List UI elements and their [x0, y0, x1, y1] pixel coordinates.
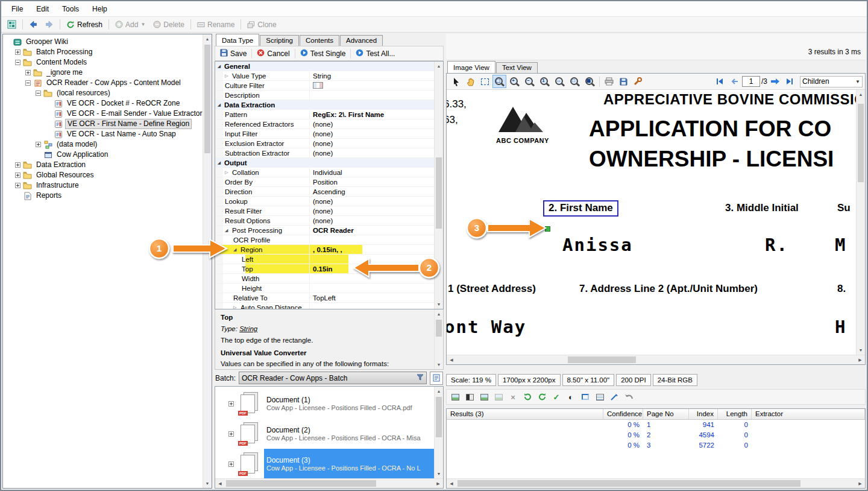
property-row[interactable]: Relative ToTopLeft: [215, 293, 434, 303]
property-row[interactable]: Left: [215, 255, 434, 264]
results-column-header[interactable]: Index: [689, 409, 718, 420]
tree-item[interactable]: Global Resources: [3, 170, 203, 180]
refresh-button[interactable]: Refresh: [63, 18, 105, 31]
scroll-thumb[interactable]: [436, 157, 442, 229]
property-value[interactable]: (none): [310, 119, 434, 128]
zoom-selection-icon[interactable]: ▦: [583, 75, 597, 88]
property-value[interactable]: (none): [310, 139, 434, 148]
results-column-header[interactable]: Extractor: [752, 409, 865, 420]
property-value[interactable]: (none): [310, 129, 434, 138]
expand-icon[interactable]: [15, 183, 20, 188]
expand-icon[interactable]: [36, 142, 41, 147]
import-image-icon[interactable]: [450, 391, 461, 402]
results-column-header[interactable]: Length: [718, 409, 752, 420]
workspace-grid-icon[interactable]: [4, 18, 19, 31]
tree-item[interactable]: Grooper Wiki: [3, 37, 203, 47]
last-page-icon[interactable]: [783, 75, 796, 88]
property-row[interactable]: ▷Value TypeString: [215, 71, 434, 81]
tree-item[interactable]: (data model): [3, 139, 203, 150]
property-row[interactable]: Culture Filter: [215, 81, 434, 90]
property-value[interactable]: Position: [310, 177, 434, 186]
first-page-icon[interactable]: [713, 75, 726, 88]
help-scrollbar[interactable]: ▲ ▼: [434, 309, 443, 369]
grid-view-icon[interactable]: [594, 391, 605, 402]
document-image[interactable]: 6.33, 63, APPRECIATIVE BOVINE COMMISSIO …: [447, 90, 856, 355]
scroll-left-icon[interactable]: ◀: [447, 355, 456, 364]
scroll-right-icon[interactable]: ▶: [855, 479, 865, 488]
menu-item-help[interactable]: Help: [86, 2, 114, 16]
property-value[interactable]: [310, 235, 434, 244]
property-value[interactable]: 0.15in: [310, 264, 434, 273]
property-category[interactable]: ◢Data Extraction: [215, 100, 434, 110]
collapse-icon[interactable]: [15, 60, 20, 65]
results-hscrollbar[interactable]: ◀ ▶: [447, 478, 865, 488]
scroll-thumb[interactable]: [436, 320, 442, 337]
property-row[interactable]: PatternRegEx: 2\. First Name: [215, 110, 434, 119]
tree-vertical-scrollbar[interactable]: ▲ ▼: [203, 34, 212, 488]
document-item[interactable]: PDFDocument (2)Cow App - Licensee - Posi…: [215, 419, 434, 449]
property-grid-scrollbar[interactable]: ▲ ▼: [434, 62, 443, 309]
property-value[interactable]: RegEx: 2\. First Name: [310, 110, 434, 119]
expand-icon[interactable]: ▷: [233, 305, 239, 309]
delete-page-disabled-icon[interactable]: ×: [508, 391, 518, 402]
scroll-thumb[interactable]: [204, 45, 210, 153]
tree-item[interactable]: _ignore me: [3, 68, 203, 78]
zoom-out-icon[interactable]: −: [523, 75, 536, 88]
scroll-thumb[interactable]: [458, 480, 800, 487]
tree-item[interactable]: VE OCR - Last Name - Auto Snap: [3, 129, 203, 139]
document-list-hscrollbar[interactable]: ◀ ▶: [215, 478, 443, 488]
expand-icon[interactable]: [25, 70, 31, 75]
property-value[interactable]: Ascending: [310, 187, 434, 196]
scroll-down-icon[interactable]: ▼: [435, 300, 443, 309]
threshold-icon[interactable]: [464, 391, 475, 402]
property-row[interactable]: Result Filter(none): [215, 206, 434, 216]
property-row[interactable]: Description: [215, 90, 434, 100]
property-row[interactable]: Top0.15in: [215, 264, 434, 274]
property-row[interactable]: OCR Profile: [215, 235, 434, 245]
results-row[interactable]: 0 %19410: [447, 420, 865, 430]
tab-image-view[interactable]: Image View: [447, 61, 495, 73]
expand-icon[interactable]: ▷: [225, 170, 230, 175]
scroll-thumb[interactable]: [858, 104, 864, 182]
pointer-icon[interactable]: [449, 75, 462, 88]
tree-item[interactable]: OCR Reader - Cow Apps - Content Model: [3, 78, 203, 88]
property-value[interactable]: (none): [310, 206, 434, 215]
zoom-fit-page-icon[interactable]: □: [568, 75, 582, 88]
scroll-right-icon[interactable]: ▶: [855, 355, 865, 364]
auto-orient-icon[interactable]: [479, 391, 489, 402]
page-number-input[interactable]: 1: [742, 76, 760, 87]
menu-item-tools[interactable]: Tools: [55, 2, 86, 16]
property-category[interactable]: ◢Output: [215, 158, 434, 168]
scroll-down-icon[interactable]: ▼: [435, 360, 443, 369]
property-value[interactable]: String: [310, 71, 434, 80]
property-row[interactable]: ◢Post ProcessingOCR Reader: [215, 226, 434, 235]
property-value[interactable]: [310, 90, 434, 100]
property-row[interactable]: Width: [215, 274, 434, 284]
save-image-icon[interactable]: [617, 75, 630, 88]
test-single-button[interactable]: Test Single: [298, 48, 348, 59]
collapse-icon[interactable]: [36, 90, 41, 96]
property-row[interactable]: ▷Auto Snap Distance: [215, 303, 434, 309]
results-column-header[interactable]: Confidence: [603, 409, 643, 420]
property-value[interactable]: [310, 303, 434, 309]
collapse-icon[interactable]: [25, 80, 31, 86]
pan-hand-icon[interactable]: [464, 75, 477, 88]
results-row[interactable]: 0 %245940: [447, 430, 865, 440]
tab-text-view[interactable]: Text View: [496, 62, 538, 73]
document-item[interactable]: PDFDocument (1)Cow App - Licensee - Posi…: [215, 388, 434, 419]
menu-item-edit[interactable]: Edit: [30, 2, 55, 16]
property-row[interactable]: Subtraction Extractor(none): [215, 148, 434, 158]
property-row[interactable]: Input Filter(none): [215, 129, 434, 139]
results-column-header[interactable]: Page No: [643, 409, 689, 420]
tree-item[interactable]: Content Models: [3, 57, 203, 68]
collapse-icon[interactable]: ◢: [233, 247, 239, 252]
scroll-down-icon[interactable]: ▼: [435, 469, 443, 478]
crop-icon[interactable]: [580, 391, 591, 402]
scroll-left-icon[interactable]: ◀: [447, 479, 456, 488]
invert-icon[interactable]: ◐: [565, 391, 576, 402]
zoom-in-icon[interactable]: +: [508, 75, 521, 88]
scroll-thumb[interactable]: [568, 356, 636, 363]
scope-dropdown[interactable]: Children▼: [800, 76, 863, 87]
expand-icon[interactable]: [228, 431, 234, 437]
property-value[interactable]: (none): [310, 216, 434, 225]
